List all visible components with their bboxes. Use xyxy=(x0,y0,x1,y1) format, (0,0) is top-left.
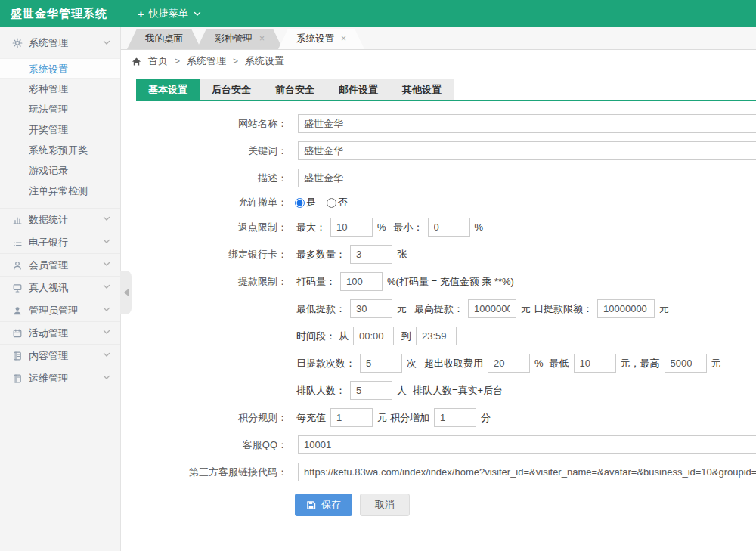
field-label: 绑定银行卡： xyxy=(136,248,295,262)
field-label: 网站名称： xyxy=(136,117,295,131)
form-row-service-qq: 客服QQ： xyxy=(136,435,756,454)
save-button[interactable]: 保存 xyxy=(295,494,352,516)
sidebar-section-activities[interactable]: 活动管理 xyxy=(0,321,120,344)
form-row-time-range: 时间段： 从 到 xyxy=(136,327,756,345)
rebate-min-label: 最小： xyxy=(394,221,423,234)
form-row-rebate-limit: 返点限制： 最大： % 最小： % xyxy=(136,218,756,237)
tab-mail-settings[interactable]: 邮件设置 xyxy=(327,79,390,100)
keywords-input[interactable] xyxy=(298,141,756,160)
field-label: 提款限制： xyxy=(136,275,295,289)
time-from-label: 从 xyxy=(339,330,349,343)
sidebar-item-lottery-mgmt[interactable]: 彩种管理 xyxy=(0,79,120,99)
sidebar-item-play-mgmt[interactable]: 玩法管理 xyxy=(0,99,120,119)
sidebar-section-members[interactable]: 会员管理 xyxy=(0,253,120,276)
sidebar-section-system[interactable]: 系统管理 xyxy=(0,32,120,54)
tab-my-desktop[interactable]: 我的桌面 xyxy=(127,29,201,49)
field-label: 描述： xyxy=(136,172,295,185)
rebate-min-input[interactable] xyxy=(428,218,470,237)
form-row-allow-cancel: 允许撤单： 是 否 xyxy=(136,196,756,209)
sidebar-section-live-video[interactable]: 真人视讯 xyxy=(0,276,120,299)
tab-frontend-security[interactable]: 前台安全 xyxy=(263,79,327,100)
ops-icon xyxy=(10,373,25,384)
points-per-label: 每充值 xyxy=(296,411,326,425)
tab-lottery-mgmt[interactable]: 彩种管理 × xyxy=(197,29,283,49)
fee-min-input[interactable] xyxy=(574,354,616,373)
time-to-input[interactable] xyxy=(416,327,457,345)
tab-backend-security[interactable]: 后台安全 xyxy=(200,79,263,100)
unit-percent: % xyxy=(534,358,544,369)
queue-count-input[interactable] xyxy=(350,381,392,400)
sidebar-item-game-records[interactable]: 游戏记录 xyxy=(0,160,120,181)
daily-limit-label: 日提款限额： xyxy=(534,302,593,316)
sidebar-section-label: 数据统计 xyxy=(29,213,68,227)
sidebar-section-label: 电子银行 xyxy=(29,236,68,249)
tab-basic-settings[interactable]: 基本设置 xyxy=(136,79,200,100)
breadcrumb-home[interactable]: 首页 xyxy=(148,54,168,68)
daily-times-label: 日提款次数： xyxy=(296,357,355,370)
sidebar-item-system-settings[interactable]: 系统设置 xyxy=(0,58,120,79)
chevron-down-icon xyxy=(102,237,111,248)
sidebar-section-ebank[interactable]: 电子银行 xyxy=(0,231,120,253)
unit-zhang: 张 xyxy=(397,248,407,262)
points-per-input[interactable] xyxy=(330,408,373,427)
save-icon xyxy=(306,500,316,510)
turnover-note: %(打码量 = 充值金额 乘 **%) xyxy=(387,275,514,289)
breadcrumb-separator: > xyxy=(175,56,180,67)
form-row-withdraw-range: 最低提款： 元 最高提款： 元 日提款限额： 元 xyxy=(136,299,756,318)
sidebar: 系统管理 系统设置 彩种管理 玩法管理 开奖管理 系统彩预开奖 游戏记录 注单异… xyxy=(0,27,121,551)
sidebar-section-label: 真人视讯 xyxy=(29,281,68,295)
withdraw-max-input[interactable] xyxy=(468,299,516,318)
tab-system-settings[interactable]: 系统设置 × xyxy=(278,29,364,49)
tab-label: 我的桌面 xyxy=(145,29,183,49)
description-input[interactable] xyxy=(298,169,756,187)
main-content: 我的桌面 彩种管理 × 系统设置 × 首页 > 系统管理 > 系统设置 基本设置… xyxy=(121,27,756,551)
breadcrumb-current: 系统设置 xyxy=(245,54,284,68)
unit-ci: 次 xyxy=(407,357,417,370)
radio-label: 是 xyxy=(306,196,316,209)
sidebar-item-draw-mgmt[interactable]: 开奖管理 xyxy=(0,119,120,140)
time-from-input[interactable] xyxy=(353,327,394,345)
cancel-button[interactable]: 取消 xyxy=(360,494,410,516)
daily-times-input[interactable] xyxy=(360,354,402,373)
form-row-keywords: 关键词： xyxy=(136,141,756,160)
sidebar-section-ops[interactable]: 运维管理 xyxy=(0,367,120,389)
allow-cancel-no-option[interactable]: 否 xyxy=(327,196,348,209)
close-icon[interactable]: × xyxy=(341,29,346,49)
allow-cancel-yes-option[interactable]: 是 xyxy=(295,196,316,209)
list-icon xyxy=(10,237,25,248)
breadcrumb-system-mgmt[interactable]: 系统管理 xyxy=(187,54,226,68)
allow-cancel-yes-radio[interactable] xyxy=(295,198,305,208)
rebate-max-label: 最大： xyxy=(296,221,326,234)
unit-percent: % xyxy=(377,221,386,233)
tab-other-settings[interactable]: 其他设置 xyxy=(390,79,454,100)
fee-max-input[interactable] xyxy=(665,354,707,373)
sidebar-section-content[interactable]: 内容管理 xyxy=(0,344,120,367)
sidebar-collapse-handle[interactable] xyxy=(120,271,132,314)
rebate-max-input[interactable] xyxy=(330,218,373,237)
sidebar-section-admins[interactable]: 管理员管理 xyxy=(0,299,120,321)
close-icon[interactable]: × xyxy=(259,29,265,49)
excess-fee-input[interactable] xyxy=(488,354,530,373)
chevron-down-icon xyxy=(102,350,111,361)
form-row-daily-times: 日提款次数： 次 超出收取费用 % 最低 元，最高 元 xyxy=(136,354,756,373)
field-label: 第三方客服链接代码： xyxy=(136,466,295,479)
bank-card-count-input[interactable] xyxy=(350,245,392,264)
form-row-queue: 排队人数： 人 排队人数=真实+后台 xyxy=(136,381,756,400)
sidebar-section-label: 管理员管理 xyxy=(29,304,78,317)
points-add-label: 积分增加 xyxy=(390,411,429,425)
points-add-input[interactable] xyxy=(434,408,476,427)
daily-limit-input[interactable] xyxy=(597,299,655,318)
sidebar-item-bet-anomaly[interactable]: 注单异常检测 xyxy=(0,181,120,201)
service-qq-input[interactable] xyxy=(298,435,756,454)
quick-menu-button[interactable]: + 快捷菜单 xyxy=(138,7,202,20)
sidebar-section-statistics[interactable]: 数据统计 xyxy=(0,208,120,231)
allow-cancel-no-radio[interactable] xyxy=(327,198,336,208)
site-name-input[interactable] xyxy=(298,114,756,133)
chart-icon xyxy=(10,215,25,225)
withdraw-min-input[interactable] xyxy=(350,299,392,318)
form-row-description: 描述： xyxy=(136,169,756,187)
turnover-input[interactable] xyxy=(340,272,383,291)
sidebar-item-predraw[interactable]: 系统彩预开奖 xyxy=(0,140,120,160)
third-party-link-input[interactable] xyxy=(298,463,756,481)
tab-label: 系统设置 xyxy=(296,29,334,49)
